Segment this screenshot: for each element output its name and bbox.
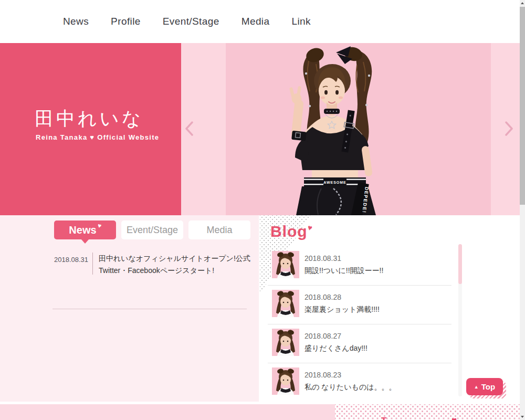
site-title: 田中れいな bbox=[35, 106, 144, 132]
blog-title: Blog♥ bbox=[270, 223, 313, 240]
tab-media-label: Media bbox=[206, 225, 232, 236]
blog-entry-title: 私の なりたいものは。。。 bbox=[304, 383, 396, 392]
triangle-down-icon bbox=[521, 416, 524, 418]
main-nav: News Profile Event/Stage Media Link bbox=[63, 16, 311, 27]
page-scrollbar[interactable] bbox=[520, 0, 525, 420]
nav-item-event-stage[interactable]: Event/Stage bbox=[163, 16, 219, 27]
scrollbar-up-button[interactable] bbox=[520, 0, 525, 6]
blog-divider bbox=[268, 363, 452, 363]
nav-item-media[interactable]: Media bbox=[242, 16, 270, 27]
browser-viewport: News Profile Event/Stage Media Link 田中れい… bbox=[0, 0, 525, 420]
footer-peek-heart-icon: ♥ bbox=[452, 415, 457, 420]
nav-item-news[interactable]: News bbox=[63, 16, 89, 27]
tab-event-stage-label: Event/Stage bbox=[127, 225, 178, 236]
blog-title-text: Blog bbox=[270, 223, 308, 240]
content-tabs: News ♥ Event/Stage Media bbox=[54, 220, 250, 239]
blog-entry-title: 盛りだくさんday!!! bbox=[304, 344, 368, 353]
blog-list-item[interactable]: 2018.08.28 楽屋裏ショット満載!!!! bbox=[272, 290, 450, 322]
blog-list-item[interactable]: 2018.08.23 私の なりたいものは。。。 bbox=[272, 368, 450, 400]
triangle-up-icon: ▲ bbox=[474, 384, 479, 390]
hero-carousel: 田中れいな Reina Tanaka ♥ Official Website bbox=[0, 43, 520, 215]
heart-icon: ♥ bbox=[97, 222, 102, 229]
blog-divider bbox=[268, 285, 452, 286]
blog-entry-title: 開設!!ついに!!開設ーー!! bbox=[304, 266, 383, 276]
blog-divider bbox=[268, 324, 452, 324]
page-scrollbar-thumb[interactable] bbox=[520, 7, 525, 205]
footer-dotted-band: T ♥ bbox=[335, 404, 520, 420]
active-tab-pointer bbox=[81, 239, 89, 244]
carousel-next-button[interactable] bbox=[503, 121, 514, 136]
news-divider-horizontal bbox=[52, 309, 247, 309]
tab-news[interactable]: News ♥ bbox=[54, 220, 116, 239]
back-to-top-label: Top bbox=[481, 382, 495, 391]
triangle-up-icon bbox=[521, 2, 524, 4]
nav-item-link[interactable]: Link bbox=[291, 16, 310, 27]
scrollbar-down-button[interactable] bbox=[520, 414, 525, 420]
blog-entry-date: 2018.08.27 bbox=[304, 332, 341, 340]
news-text: 田中れいなオフィシャルサイトオープン!公式Twitter・Facebookページ… bbox=[99, 253, 256, 277]
carousel-prev-button[interactable] bbox=[184, 121, 195, 136]
belt-text: AWESOME bbox=[323, 181, 346, 184]
blog-thumbnail bbox=[272, 251, 299, 278]
chevron-left-icon bbox=[184, 121, 195, 136]
blog-entry-date: 2018.08.23 bbox=[304, 371, 341, 379]
tab-media[interactable]: Media bbox=[188, 220, 250, 239]
news-divider-vertical bbox=[92, 253, 93, 275]
blog-entry-date: 2018.08.28 bbox=[304, 293, 341, 301]
blog-thumbnail bbox=[272, 368, 299, 395]
footer-peek-glyph: T bbox=[381, 416, 386, 420]
blog-panel: Blog♥ 2018.08.31 開設!!ついに!!開設ーー!! bbox=[260, 215, 520, 404]
chevron-right-icon bbox=[503, 121, 514, 136]
tab-event-stage[interactable]: Event/Stage bbox=[121, 220, 183, 239]
site-branding: 田中れいな Reina Tanaka ♥ Official Website bbox=[0, 43, 181, 215]
back-to-top-button[interactable]: ▲ Top bbox=[466, 378, 503, 395]
nav-item-profile[interactable]: Profile bbox=[111, 16, 141, 27]
blog-thumbnail bbox=[272, 290, 299, 317]
blog-entry-date: 2018.08.31 bbox=[304, 254, 341, 262]
blog-scrollbar-thumb[interactable] bbox=[458, 244, 462, 284]
site-header: News Profile Event/Stage Media Link bbox=[0, 0, 520, 43]
blog-thumbnail bbox=[272, 329, 299, 356]
footer-pink-band bbox=[0, 404, 335, 420]
hero-photo: AWESOME DEPEDE! bbox=[226, 43, 491, 215]
tab-news-label: News bbox=[69, 224, 96, 236]
blog-list-item[interactable]: 2018.08.31 開設!!ついに!!開設ーー!! bbox=[272, 251, 450, 284]
blog-list-item[interactable]: 2018.08.27 盛りだくさんday!!! bbox=[272, 329, 450, 361]
blog-entry-title: 楽屋裏ショット満載!!!! bbox=[304, 305, 380, 314]
news-section: News ♥ Event/Stage Media 2018.08.31 田中れい… bbox=[0, 215, 259, 402]
news-date: 2018.08.31 bbox=[54, 256, 88, 264]
reina-photo-illustration: AWESOME DEPEDE! bbox=[226, 43, 491, 215]
blog-scrollbar[interactable] bbox=[458, 244, 462, 396]
site-subtitle: Reina Tanaka ♥ Official Website bbox=[36, 133, 159, 141]
